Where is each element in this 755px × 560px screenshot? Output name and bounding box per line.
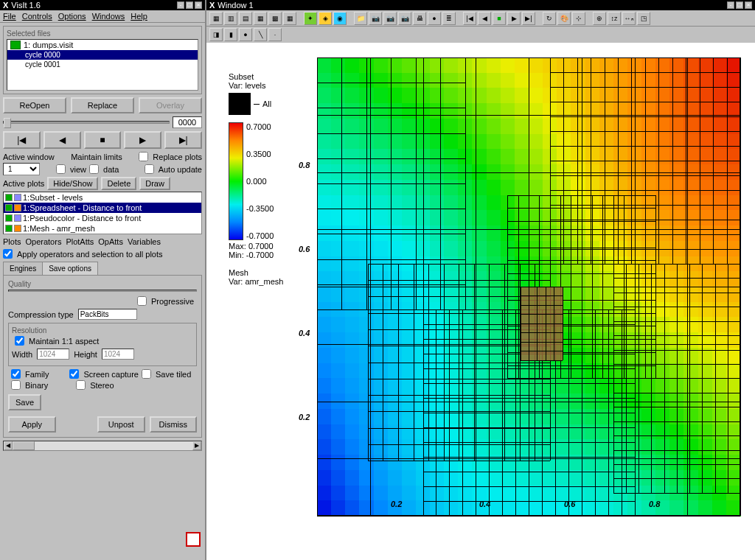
data-checkbox[interactable] <box>89 164 99 174</box>
line-icon[interactable]: ╲ <box>254 28 267 41</box>
layout6-icon[interactable]: ▦ <box>283 12 296 25</box>
close-icon[interactable]: × <box>745 1 752 9</box>
nav-n-icon[interactable]: ↔ₙ <box>622 12 636 25</box>
apply-button[interactable]: Apply <box>8 416 56 433</box>
replace-button[interactable]: Replace <box>71 97 134 113</box>
file-item[interactable]: cycle 0000 <box>7 50 198 60</box>
camera2-icon[interactable]: 📷 <box>383 12 397 25</box>
play-button[interactable]: ▶ <box>124 131 161 149</box>
horizontal-scrollbar[interactable]: ◀ ▶ <box>3 441 202 451</box>
minimize-icon[interactable]: - <box>727 1 734 9</box>
min-label: Min: -0.7000 <box>229 251 302 259</box>
auto-update-checkbox[interactable] <box>145 164 154 174</box>
tab-save-options[interactable]: Save options <box>42 262 98 275</box>
replace-plots-checkbox[interactable] <box>139 152 148 161</box>
tool2-icon[interactable]: ◈ <box>319 12 332 25</box>
plot-legend: Subset Var: levels All 0.7000 0.3500 0.0… <box>229 72 302 286</box>
plot-list[interactable]: 1:Subset - levels 1:Spreadsheet - Distan… <box>3 192 202 234</box>
rotate-icon[interactable]: ↻ <box>543 12 556 25</box>
active-window-select[interactable]: 1 <box>3 163 40 175</box>
layout5-icon[interactable]: ▩ <box>268 12 282 25</box>
save-tiled-checkbox[interactable] <box>142 369 151 379</box>
screen-capture-checkbox[interactable] <box>69 369 79 379</box>
point-icon[interactable]: · <box>268 28 282 41</box>
dismiss-button[interactable]: Dismiss <box>150 416 198 433</box>
nav-z-icon[interactable]: ↕z <box>608 12 621 25</box>
plots-menu[interactable]: Plots <box>3 237 21 246</box>
first-button[interactable]: |◀ <box>3 131 41 149</box>
maintain-aspect-checkbox[interactable] <box>15 336 24 346</box>
plotatts-menu[interactable]: PlotAtts <box>66 237 94 246</box>
layout2-icon[interactable]: ▥ <box>224 12 237 25</box>
binary-checkbox[interactable] <box>11 380 21 390</box>
print-icon[interactable]: 🖶 <box>413 12 426 25</box>
tool3-icon[interactable]: ◉ <box>333 12 347 25</box>
axis-icon[interactable]: ⊹ <box>572 12 585 25</box>
prev-frame-icon[interactable]: ◀ <box>478 12 491 25</box>
operators-menu[interactable]: Operators <box>25 237 61 246</box>
unpost-button[interactable]: Unpost <box>97 416 145 433</box>
maximize-icon[interactable]: □ <box>736 1 743 9</box>
tool1-icon[interactable]: ✦ <box>304 12 317 25</box>
cube-icon[interactable]: ◨ <box>209 28 223 41</box>
hideshow-button[interactable]: Hide/Show <box>47 177 98 190</box>
sphere-icon[interactable]: ● <box>239 28 252 41</box>
stack-icon[interactable]: ≣ <box>442 12 456 25</box>
plot-item[interactable]: 1:Pseudocolor - Distance to front <box>4 213 201 223</box>
compression-input[interactable] <box>78 309 137 320</box>
layout1-icon[interactable]: ▦ <box>209 12 223 25</box>
scroll-right-icon[interactable]: ▶ <box>192 441 201 450</box>
reopen-button[interactable]: ReOpen <box>3 97 66 113</box>
stop-frame-icon[interactable]: ■ <box>493 12 506 25</box>
menu-file[interactable]: File <box>3 12 16 21</box>
color-icon[interactable]: 🎨 <box>557 12 571 25</box>
scrollbar-thumb[interactable] <box>13 441 35 450</box>
variables-menu[interactable]: Variables <box>128 237 161 246</box>
layout4-icon[interactable]: ▦ <box>254 12 267 25</box>
first-frame-icon[interactable]: |◀ <box>463 12 476 25</box>
opatts-menu[interactable]: OpAtts <box>98 237 123 246</box>
overlay-button[interactable]: Overlay <box>139 97 202 113</box>
file-root[interactable]: 1: dumps.visit <box>7 40 198 50</box>
menu-options[interactable]: Options <box>58 12 86 21</box>
apply-all-checkbox[interactable] <box>3 249 13 259</box>
menu-windows[interactable]: Windows <box>92 12 125 21</box>
record-icon[interactable]: ● <box>428 12 441 25</box>
minimize-icon[interactable]: - <box>177 1 184 9</box>
visualization-canvas[interactable]: Subset Var: levels All 0.7000 0.3500 0.0… <box>206 43 755 560</box>
open-icon[interactable]: 📁 <box>354 12 367 25</box>
save-button[interactable]: Save <box>8 394 41 410</box>
view-checkbox[interactable] <box>56 164 66 174</box>
height-input[interactable] <box>102 349 134 360</box>
plot-item[interactable]: 1:Subset - levels <box>4 192 201 203</box>
scroll-left-icon[interactable]: ◀ <box>4 441 13 450</box>
camera1-icon[interactable]: 📷 <box>369 12 382 25</box>
plot-item[interactable]: 1:Mesh - amr_mesh <box>4 223 201 234</box>
last-frame-icon[interactable]: ▶| <box>522 12 535 25</box>
close-icon[interactable]: × <box>195 1 202 9</box>
camera3-icon[interactable]: 📷 <box>398 12 411 25</box>
plot-item[interactable]: 1:Spreadsheet - Distance to front <box>4 203 201 213</box>
maximize-icon[interactable]: □ <box>186 1 193 9</box>
nav-xy-icon[interactable]: ⊕ <box>593 12 606 25</box>
file-item[interactable]: cycle 0001 <box>7 60 198 69</box>
prev-button[interactable]: ◀ <box>44 131 81 149</box>
nav-cube-icon[interactable]: ◳ <box>637 12 650 25</box>
last-button[interactable]: ▶| <box>164 131 202 149</box>
time-slider[interactable] <box>3 121 170 124</box>
width-input[interactable] <box>37 349 69 360</box>
stereo-checkbox[interactable] <box>76 380 86 390</box>
menu-help[interactable]: Help <box>131 12 147 21</box>
progressive-checkbox[interactable] <box>137 296 147 306</box>
menu-controls[interactable]: Controls <box>22 12 52 21</box>
wall-icon[interactable]: ▮ <box>224 28 237 41</box>
quality-slider[interactable] <box>8 290 197 292</box>
draw-button[interactable]: Draw <box>139 177 170 190</box>
stop-button[interactable]: ■ <box>84 131 122 149</box>
layout3-icon[interactable]: ▤ <box>239 12 252 25</box>
tab-engines[interactable]: Engines <box>3 262 43 275</box>
family-checkbox[interactable] <box>11 369 21 379</box>
delete-button[interactable]: Delete <box>101 177 136 190</box>
next-frame-icon[interactable]: ▶ <box>507 12 521 25</box>
file-list[interactable]: 1: dumps.visit cycle 0000 cycle 0001 <box>7 39 198 91</box>
